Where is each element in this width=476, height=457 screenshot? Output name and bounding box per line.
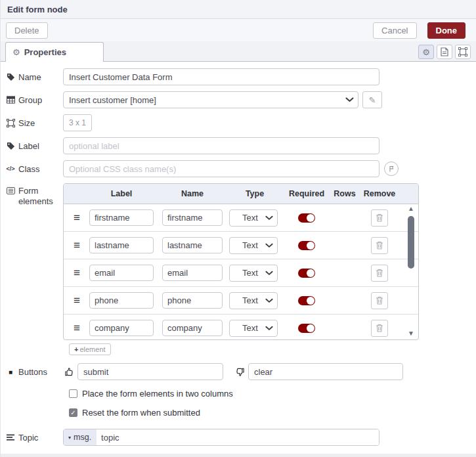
description-view-button[interactable]: [437, 45, 452, 59]
size-row: Size 3 x 1: [6, 114, 471, 131]
appearance-view-button[interactable]: [455, 45, 471, 59]
required-toggle[interactable]: [298, 269, 315, 278]
element-label-input[interactable]: [89, 237, 154, 253]
element-name-input[interactable]: [162, 320, 223, 336]
form-elements-header: Label Name Type Required Rows Remove: [64, 184, 418, 204]
col-header-required: Required: [283, 189, 330, 198]
table-row: ≡ Text: [64, 315, 418, 339]
edit-form-node-dialog: Edit form node Delete Cancel Done ⚙ Prop…: [0, 0, 476, 457]
submit-button-label-input[interactable]: [77, 363, 223, 380]
properties-view-button[interactable]: ⚙: [418, 45, 434, 59]
topic-label: Topic: [6, 433, 63, 443]
scroll-down-icon[interactable]: ▼: [408, 330, 414, 337]
cancel-button[interactable]: Cancel: [373, 22, 416, 39]
dialog-toolbar: Delete Cancel Done: [1, 19, 476, 41]
selection-box-icon: [458, 47, 467, 56]
delete-element-button[interactable]: [371, 209, 388, 227]
edit-group-button[interactable]: ✎: [362, 91, 382, 108]
element-type-select[interactable]: Text: [229, 265, 278, 282]
class-label: </> Class: [6, 164, 63, 174]
size-label: Size: [6, 118, 63, 128]
chevron-down-icon: [265, 215, 273, 221]
element-type-select[interactable]: Text: [229, 209, 278, 227]
element-label-input[interactable]: [89, 265, 154, 281]
clear-button-label-input[interactable]: [248, 363, 403, 380]
element-name-input[interactable]: [162, 292, 223, 309]
required-toggle[interactable]: [298, 241, 315, 250]
required-toggle[interactable]: [298, 213, 315, 223]
table-scrollbar[interactable]: ▲ ▼: [406, 206, 416, 337]
done-button[interactable]: Done: [427, 22, 466, 39]
name-row: Name: [6, 68, 471, 85]
element-type-select[interactable]: Text: [229, 292, 278, 309]
chevron-down-icon: [345, 97, 354, 102]
topic-prefix-label: msg.: [74, 433, 91, 442]
scrollbar-thumb[interactable]: [408, 216, 414, 269]
group-select[interactable]: Insert customer [home]: [63, 91, 358, 108]
element-name-input[interactable]: [162, 265, 223, 281]
element-label-input[interactable]: [89, 209, 154, 226]
checkbox[interactable]: ✓: [69, 408, 77, 417]
list-icon: [6, 186, 15, 194]
class-input[interactable]: [63, 160, 379, 177]
name-input[interactable]: [63, 68, 379, 85]
element-name-input[interactable]: [162, 209, 223, 226]
topic-input[interactable]: [97, 429, 379, 445]
properties-panel: Name Group Insert customer [home] ✎: [1, 62, 476, 446]
element-label-input[interactable]: [89, 320, 154, 336]
delete-element-button[interactable]: [371, 265, 388, 282]
element-type-select[interactable]: Text: [229, 320, 278, 337]
add-element-button[interactable]: +element: [69, 343, 111, 355]
gear-icon: ⚙: [12, 47, 20, 57]
col-header-label: Label: [85, 189, 158, 198]
code-icon: </>: [6, 165, 15, 172]
table-row: ≡ Text: [64, 204, 418, 232]
delete-element-button[interactable]: [371, 292, 388, 309]
element-type-select[interactable]: Text: [229, 237, 278, 254]
tab-properties[interactable]: ⚙ Properties: [5, 42, 104, 62]
drag-handle-icon[interactable]: ≡: [69, 240, 85, 251]
drag-handle-icon[interactable]: ≡: [69, 267, 85, 278]
element-label-input[interactable]: [89, 292, 154, 309]
drag-handle-icon[interactable]: ≡: [69, 212, 85, 223]
name-label: Name: [6, 72, 63, 82]
topic-type-button[interactable]: ▾ msg.: [64, 429, 97, 445]
drag-handle-icon[interactable]: ≡: [69, 322, 85, 334]
add-element-row: +element: [69, 343, 471, 355]
scroll-up-icon[interactable]: ▲: [408, 206, 414, 212]
delete-button[interactable]: Delete: [6, 22, 48, 39]
check-icon: ✓: [70, 410, 76, 416]
topic-typed-input: ▾ msg.: [63, 429, 379, 446]
table-row: ≡ Text: [64, 287, 418, 315]
reset-form-option[interactable]: ✓ Reset the form when submitted: [69, 408, 471, 418]
dynamic-class-button[interactable]: [384, 162, 399, 176]
two-columns-option[interactable]: ✓ Place the form elements in two columns: [69, 389, 471, 399]
delete-element-button[interactable]: [371, 320, 388, 337]
element-name-input[interactable]: [162, 237, 223, 253]
tag-icon: [6, 73, 15, 81]
chevron-down-icon: [265, 271, 273, 276]
drag-handle-icon[interactable]: ≡: [69, 295, 85, 306]
tag-icon: [6, 142, 15, 150]
form-elements-row: Form elements Label Name Type Required R…: [6, 183, 471, 340]
required-toggle[interactable]: [298, 324, 315, 333]
caret-down-icon: ▾: [68, 435, 71, 441]
dialog-title: Edit form node: [7, 5, 68, 14]
buttons-row: ■ Buttons: [6, 363, 471, 380]
pencil-icon: ✎: [369, 95, 376, 105]
document-icon: [441, 47, 448, 56]
required-toggle[interactable]: [298, 296, 315, 305]
trash-icon: [376, 296, 383, 305]
plus-icon: +: [74, 345, 78, 353]
class-row: </> Class: [6, 160, 471, 177]
square-icon: ■: [6, 368, 15, 376]
thumbs-down-icon: [235, 367, 245, 377]
checkbox[interactable]: ✓: [69, 389, 77, 398]
col-header-type: Type: [227, 189, 283, 198]
delete-element-button[interactable]: [371, 237, 388, 254]
label-input[interactable]: [63, 137, 379, 154]
col-header-name: Name: [158, 189, 227, 198]
size-button[interactable]: 3 x 1: [63, 114, 92, 131]
tab-bar: ⚙ Properties ⚙: [1, 41, 476, 62]
trash-icon: [376, 241, 383, 250]
